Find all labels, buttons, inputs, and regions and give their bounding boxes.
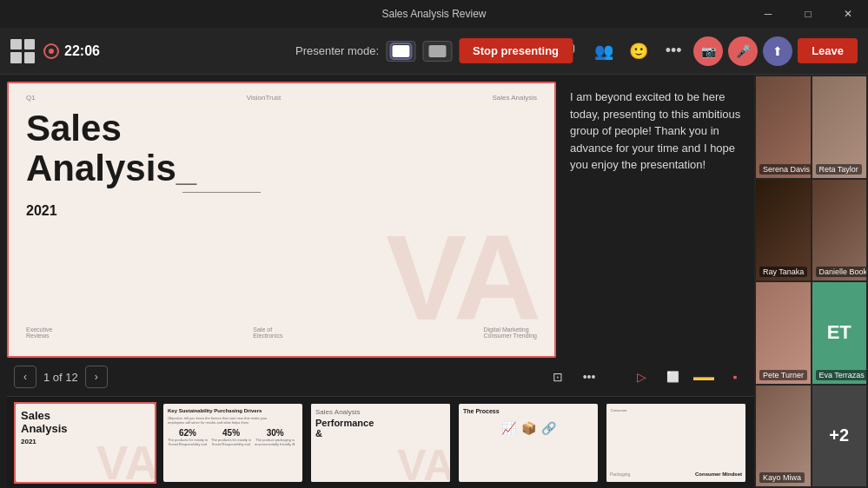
notes-panel: I am beyond excited to be here today, pr… [563, 82, 754, 358]
apps-icon[interactable] [10, 39, 35, 63]
slide-title-line1: Sales Analysis_ [26, 109, 537, 188]
participant-tile-eva-terrazas[interactable]: ET Eva Terrazas [812, 282, 867, 384]
next-slide-button[interactable]: › [85, 366, 108, 388]
eraser-button[interactable]: ⬜ [660, 365, 685, 389]
slide-view: Q1 VisionTrust Sales Analysis Sales Anal… [7, 82, 754, 358]
people-icon: 👥 [594, 42, 613, 61]
thumb5-consumer: Consumer Mindset [695, 472, 742, 477]
mic-icon: 🎤 [736, 44, 751, 58]
notes-text: I am beyond excited to be here today, pr… [570, 89, 747, 174]
participant-tile-danielle-booker[interactable]: Danielle Booker [812, 180, 867, 281]
toolbar: 22:06 Presenter mode: Stop presenting ≡ … [0, 28, 868, 75]
slide-bottom-item-1: ExecutiveReviews [26, 326, 52, 339]
laser-pointer-icon: ▷ [637, 370, 646, 384]
participant-avatar-serena [756, 76, 811, 178]
thumbnail-5[interactable]: Consumer Consumer Mindset Packaging 5 [605, 402, 747, 484]
participant-avatar-kayo [756, 386, 811, 487]
screenshot-button[interactable]: ⊡ [546, 365, 570, 389]
participant-tile-overflow[interactable]: +2 [812, 386, 867, 487]
laser-pointer-button[interactable]: ▷ [629, 365, 653, 389]
thumbnail-image-2: Key Sustainability Purchasing Drivers Ob… [163, 404, 302, 482]
thumbnail-2[interactable]: Key Sustainability Purchasing Drivers Ob… [162, 402, 304, 484]
thumb2-pct2: 45% [211, 428, 251, 438]
participant-tile-pete-turner[interactable]: Pete Turner [756, 282, 811, 384]
share-icon: ⬆ [772, 44, 783, 58]
more-slide-options-button[interactable]: ••• [577, 365, 601, 389]
more-icon: ••• [666, 42, 682, 60]
participant-panel: Serena Davis Reta Taylor Ray Tanaka Dani… [754, 75, 868, 488]
participant-overflow-count: +2 [812, 386, 867, 487]
thumbnail-image-1: SalesAnalysis 2021 VA [16, 404, 155, 482]
participant-name-reta: Reta Taylor [816, 164, 862, 175]
slide-meta-row: Q1 VisionTrust Sales Analysis [26, 94, 537, 102]
participant-avatar-eva: ET [812, 282, 867, 384]
close-button[interactable]: ✕ [828, 0, 868, 28]
participant-avatar-ray [756, 180, 811, 281]
recording-icon [43, 43, 59, 59]
slide-bottom-item-2: Sale ofElectronics [253, 326, 282, 339]
highlighter-button[interactable]: ▬▬ [692, 365, 716, 389]
stop-presenting-button[interactable]: Stop presenting [459, 38, 573, 63]
emoji-button[interactable]: 🙂 [624, 36, 653, 66]
toolbar-center: Presenter mode: Stop presenting [295, 38, 573, 63]
window-controls: ─ □ ✕ [748, 0, 868, 28]
more-button[interactable]: ••• [659, 36, 688, 66]
slide-bottom-row: ExecutiveReviews Sale ofElectronics Digi… [26, 326, 537, 339]
participant-name-kayo: Kayo Miwa [759, 472, 805, 483]
pen-button[interactable]: ▪ [723, 365, 747, 389]
prev-slide-button[interactable]: ‹ [14, 366, 36, 388]
timer: 22:06 [43, 43, 100, 59]
thumbnail-image-5: Consumer Consumer Mindset Packaging [606, 404, 745, 482]
thumbnail-1[interactable]: SalesAnalysis 2021 VA 1 [14, 402, 156, 484]
emoji-icon: 🙂 [629, 42, 648, 61]
mode-toggle-presenter[interactable] [422, 41, 452, 62]
participant-avatar-reta [812, 76, 867, 178]
thumb4-title: The Process [463, 408, 593, 414]
slides-mode-icon [392, 45, 409, 57]
slide-year: 2021 [26, 203, 537, 219]
participant-tile-reta-taylor[interactable]: Reta Taylor [812, 76, 867, 178]
camera-button[interactable]: 📷 [693, 36, 723, 66]
slide-content: Q1 VisionTrust Sales Analysis Sales Anal… [9, 83, 554, 356]
participant-avatar-danielle [812, 180, 867, 281]
participant-tile-kayo-miwa[interactable]: Kayo Miwa [756, 386, 811, 487]
eraser-icon: ⬜ [666, 371, 679, 383]
thumbnail-strip: SalesAnalysis 2021 VA 1 Key Sustainabili… [7, 396, 754, 488]
share-button[interactable]: ⬆ [763, 36, 792, 66]
leave-button[interactable]: Leave [798, 38, 858, 63]
mic-button[interactable]: 🎤 [728, 36, 758, 66]
highlighter-icon: ▬▬ [693, 371, 714, 383]
slide-background-letters: VA [386, 217, 537, 339]
participant-name-ray: Ray Tanaka [759, 267, 807, 277]
participant-name-danielle: Danielle Booker [816, 267, 867, 277]
slide-tag: Sales Analysis [492, 94, 537, 102]
minimize-button[interactable]: ─ [748, 0, 788, 28]
thumb2-title: Key Sustainability Purchasing Drivers [168, 408, 298, 413]
participant-name-pete: Pete Turner [759, 370, 807, 380]
thumbnail-3[interactable]: Sales Analysis Performance& VA 3 [309, 402, 452, 484]
participant-name-eva: Eva Terrazas [816, 370, 867, 380]
participant-tile-serena-davis[interactable]: Serena Davis [756, 76, 811, 178]
slide-counter: 1 of 12 [43, 371, 78, 384]
slide-title: Sales Analysis_ [26, 109, 537, 193]
people-button[interactable]: 👥 [589, 36, 619, 66]
slide-brand: VisionTrust [247, 94, 282, 102]
maximize-button[interactable]: □ [788, 0, 828, 28]
presentation-area: Q1 VisionTrust Sales Analysis Sales Anal… [0, 75, 754, 488]
thumb2-pct1: 62% [168, 428, 208, 438]
screenshot-icon: ⊡ [553, 370, 563, 384]
pen-icon: ▪ [733, 370, 738, 384]
slide-quarter: Q1 [26, 94, 36, 102]
thumbnail-4[interactable]: The Process 📈 📦 🔗 4 [457, 402, 600, 484]
mode-toggle-slides[interactable] [386, 41, 415, 62]
more-slide-icon: ••• [583, 370, 596, 384]
timer-value: 22:06 [64, 43, 100, 59]
participant-name-serena: Serena Davis [759, 164, 811, 175]
main-content: Q1 VisionTrust Sales Analysis Sales Anal… [0, 75, 868, 488]
presenter-mode-icon [428, 45, 446, 57]
presenter-mode-label: Presenter mode: [295, 44, 379, 57]
thumb2-pct3: 30% [255, 428, 295, 438]
slide-controls: ‹ 1 of 12 › ⊡ ••• ▷ ⬜ ▬▬ ▪ [7, 358, 754, 396]
slide-bottom-item-3: Digital MarketingConsumer Trending [484, 326, 537, 339]
participant-tile-ray-tanaka[interactable]: Ray Tanaka [756, 180, 811, 281]
